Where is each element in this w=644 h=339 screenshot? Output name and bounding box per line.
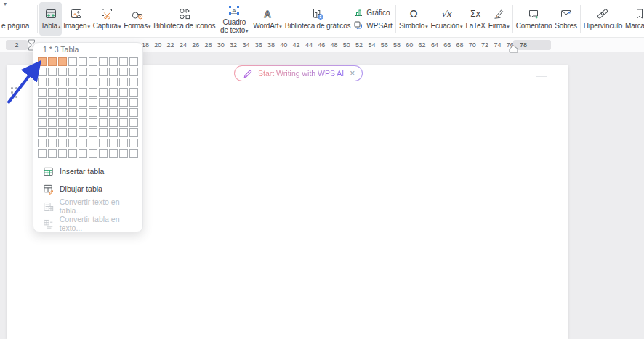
grid-cell-1x6[interactable]	[89, 57, 97, 66]
grid-cell-4x1[interactable]	[38, 88, 47, 97]
grid-cell-1x8[interactable]	[109, 57, 118, 66]
grid-cell-4x7[interactable]	[99, 88, 108, 97]
grid-cell-7x9[interactable]	[119, 118, 128, 127]
toolbar-button-signature[interactable]: Firma▾	[487, 2, 511, 36]
grid-cell-6x5[interactable]	[79, 108, 87, 117]
grid-cell-2x1[interactable]	[38, 68, 47, 76]
toolbar-button-latex[interactable]: ΣxLaTeX	[464, 2, 486, 36]
grid-cell-2x9[interactable]	[119, 68, 128, 76]
grid-cell-5x3[interactable]	[58, 98, 67, 107]
grid-cell-7x4[interactable]	[68, 118, 77, 127]
grid-cell-2x6[interactable]	[89, 68, 97, 76]
grid-cell-9x4[interactable]	[68, 139, 77, 147]
grid-cell-6x10[interactable]	[129, 108, 138, 117]
grid-cell-4x6[interactable]	[89, 88, 97, 97]
grid-cell-9x9[interactable]	[119, 139, 128, 147]
toolbar-button-hyperlink[interactable]: Hipervínculo	[582, 2, 624, 36]
grid-cell-5x9[interactable]	[119, 98, 128, 107]
grid-cell-8x6[interactable]	[89, 128, 97, 137]
grid-cell-5x2[interactable]	[48, 98, 57, 107]
grid-cell-7x1[interactable]	[38, 118, 47, 127]
grid-cell-1x10[interactable]	[129, 57, 138, 66]
grid-cell-7x3[interactable]	[58, 118, 67, 127]
grid-cell-3x4[interactable]	[68, 78, 77, 86]
grid-cell-4x4[interactable]	[68, 88, 77, 97]
grid-cell-3x6[interactable]	[89, 78, 97, 86]
grid-cell-7x8[interactable]	[109, 118, 118, 127]
drag-handle-dots-icon[interactable]	[11, 87, 17, 98]
grid-cell-4x3[interactable]	[58, 88, 67, 97]
grid-cell-3x9[interactable]	[119, 78, 128, 86]
grid-cell-7x5[interactable]	[79, 118, 87, 127]
grid-cell-9x5[interactable]	[79, 139, 87, 147]
grid-cell-1x7[interactable]	[99, 57, 108, 66]
grid-cell-6x4[interactable]	[68, 108, 77, 117]
toolbar-button-chart[interactable]: Gráfico	[353, 7, 393, 17]
grid-cell-4x5[interactable]	[79, 88, 87, 97]
grid-cell-6x7[interactable]	[99, 108, 108, 117]
grid-cell-1x2[interactable]	[48, 57, 57, 66]
toolbar-button-comment[interactable]: Comentario	[515, 2, 554, 36]
grid-cell-6x6[interactable]	[89, 108, 97, 117]
grid-cell-8x5[interactable]	[79, 128, 87, 137]
grid-cell-2x5[interactable]	[79, 68, 87, 76]
toolbar-button-text-box[interactable]: ACuadro de texto▾	[217, 2, 251, 36]
grid-cell-2x3[interactable]	[58, 68, 67, 76]
grid-cell-1x4[interactable]	[68, 57, 77, 66]
grid-cell-10x3[interactable]	[58, 149, 67, 158]
grid-cell-8x4[interactable]	[68, 128, 77, 137]
grid-cell-3x7[interactable]	[99, 78, 108, 86]
grid-cell-9x10[interactable]	[129, 139, 138, 147]
grid-cell-6x8[interactable]	[109, 108, 118, 117]
grid-cell-10x2[interactable]	[48, 149, 57, 158]
grid-cell-6x1[interactable]	[38, 108, 47, 117]
grid-cell-7x10[interactable]	[129, 118, 138, 127]
grid-cell-2x7[interactable]	[99, 68, 108, 76]
grid-cell-1x9[interactable]	[119, 57, 128, 66]
wps-ai-banner-label[interactable]: Start Writing with WPS AI	[258, 69, 344, 78]
close-icon[interactable]: ×	[350, 69, 355, 78]
grid-cell-5x8[interactable]	[109, 98, 118, 107]
grid-cell-9x3[interactable]	[58, 139, 67, 147]
grid-cell-10x10[interactable]	[129, 149, 138, 158]
grid-cell-3x10[interactable]	[129, 78, 138, 86]
menu-item-insert-table[interactable]: Insertar tabla	[33, 163, 142, 180]
grid-cell-2x2[interactable]	[48, 68, 57, 76]
grid-cell-8x3[interactable]	[58, 128, 67, 137]
toolbar-button-capture[interactable]: Captura▾	[92, 2, 123, 36]
grid-cell-1x1[interactable]	[38, 57, 47, 66]
grid-cell-10x7[interactable]	[99, 149, 108, 158]
grid-cell-5x10[interactable]	[129, 98, 138, 107]
grid-cell-4x9[interactable]	[119, 88, 128, 97]
grid-cell-9x2[interactable]	[48, 139, 57, 147]
grid-cell-7x2[interactable]	[48, 118, 57, 127]
grid-cell-3x1[interactable]	[38, 78, 47, 86]
grid-cell-6x3[interactable]	[58, 108, 67, 117]
grid-cell-10x1[interactable]	[38, 149, 47, 158]
toolbar-button-table[interactable]: Tabla▴	[39, 2, 62, 36]
toolbar-button-symbol[interactable]: ΩSímbolo▾	[398, 2, 430, 36]
grid-cell-6x2[interactable]	[48, 108, 57, 117]
grid-cell-2x4[interactable]	[68, 68, 77, 76]
grid-cell-5x6[interactable]	[89, 98, 97, 107]
grid-cell-7x6[interactable]	[89, 118, 97, 127]
grid-cell-1x3[interactable]	[58, 57, 67, 66]
grid-cell-3x2[interactable]	[48, 78, 57, 86]
menu-item-draw-table[interactable]: Dibujar tabla	[33, 180, 142, 197]
grid-cell-9x6[interactable]	[89, 139, 97, 147]
grid-cell-9x7[interactable]	[99, 139, 108, 147]
grid-cell-10x6[interactable]	[89, 149, 97, 158]
grid-cell-9x1[interactable]	[38, 139, 47, 147]
grid-cell-8x10[interactable]	[129, 128, 138, 137]
grid-cell-1x5[interactable]	[79, 57, 87, 66]
grid-cell-10x5[interactable]	[79, 149, 87, 158]
grid-cell-9x8[interactable]	[109, 139, 118, 147]
toolbar-button-wordart[interactable]: AWordArt▾	[251, 2, 283, 36]
toolbar-button-wpsart[interactable]: WPSArt	[353, 20, 393, 30]
toolbar-button-image[interactable]: Imagen▾	[62, 2, 91, 36]
grid-cell-5x4[interactable]	[68, 98, 77, 107]
grid-cell-5x5[interactable]	[79, 98, 87, 107]
grid-cell-8x1[interactable]	[38, 128, 47, 137]
toolbar-button-page-setup[interactable]: ▾ e página	[0, 0, 35, 38]
grid-cell-4x2[interactable]	[48, 88, 57, 97]
